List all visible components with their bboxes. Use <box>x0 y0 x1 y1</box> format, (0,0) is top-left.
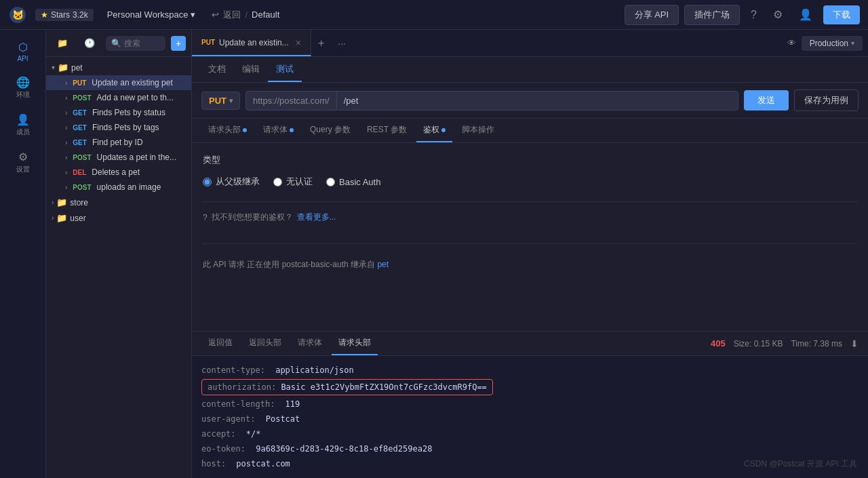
user-icon-button[interactable]: 👤 <box>793 5 818 24</box>
plugins-button[interactable]: 插件广场 <box>684 5 740 25</box>
auth-section: 类型 从父级继承 无认证 Basic Auth ? 找不到您想要 <box>192 143 868 331</box>
history-icon[interactable]: 🕐 <box>79 35 100 51</box>
settings-icon-button[interactable]: ⚙ <box>768 5 788 24</box>
url-path-input[interactable] <box>337 92 738 110</box>
sidebar-item-settings[interactable]: ⚙ 设置 <box>4 145 42 180</box>
help-link[interactable]: 查看更多... <box>297 212 336 223</box>
tree-item-post-pet[interactable]: › POST Add a new pet to th... <box>46 90 191 105</box>
req-tab-rest-label: REST 参数 <box>367 124 407 136</box>
eye-icon[interactable]: 👁 <box>782 35 802 51</box>
radio-inherit-input[interactable] <box>203 178 212 186</box>
resp-tab-body-label: 返回值 <box>208 337 233 348</box>
folder-user[interactable]: › 📁 user <box>46 210 191 226</box>
tab-label: Update an existin... <box>219 38 289 47</box>
sidebar-item-api-label: API <box>17 55 28 62</box>
tree-item-put-pet[interactable]: › PUT Update an existing pet <box>46 75 191 90</box>
tabs-more-button[interactable]: ··· <box>331 38 353 49</box>
req-tab-body[interactable]: 请求体 <box>256 119 300 142</box>
folder-icon: 📁 <box>58 62 68 73</box>
folder-store[interactable]: › 📁 store <box>46 195 191 210</box>
tree-item-get-status[interactable]: › GET Finds Pets by status <box>46 105 191 120</box>
main-layout: ⬡ API 🌐 环境 👤 成员 ⚙ 设置 📁 🕐 🔍 + <box>0 30 868 478</box>
radio-none[interactable]: 无认证 <box>273 176 313 188</box>
sidebar-item-member[interactable]: 👤 成员 <box>4 108 42 142</box>
search-input[interactable] <box>124 39 160 48</box>
tree-item-del-pet[interactable]: › DEL Deletes a pet <box>46 165 191 180</box>
sub-tab-edit[interactable]: 编辑 <box>234 57 268 82</box>
resp-tab-reqbody[interactable]: 请求体 <box>291 332 329 355</box>
sidebar-item-env[interactable]: 🌐 环境 <box>4 71 42 105</box>
env-selector[interactable]: Production ▾ <box>802 36 863 51</box>
tree-item-get-id[interactable]: › GET Find pet by ID <box>46 135 191 150</box>
response-meta: 405 Size: 0.15 KB Time: 7.38 ms ⬇ <box>711 338 859 349</box>
help-question: 找不到您想要的鉴权？ <box>212 212 293 223</box>
auth-radio-group: 从父级继承 无认证 Basic Auth <box>203 176 857 188</box>
resp-key: content-length: <box>201 399 275 409</box>
tree-content: ▾ 📁 pet › PUT Update an existing pet › P… <box>46 57 191 478</box>
save-as-case-button[interactable]: 保存为用例 <box>794 89 859 111</box>
method-label: PUT <box>209 96 226 106</box>
method-badge-get: GET <box>70 108 90 117</box>
tab-put-pet[interactable]: PUT Update an existin... × <box>192 30 311 56</box>
response-header-row: authorization: Basic e3t1c2VybmFtZX19Ont… <box>201 378 859 397</box>
back-label[interactable]: 返回 <box>223 9 241 21</box>
resp-val: */* <box>246 429 261 439</box>
search-icon: 🔍 <box>111 39 121 48</box>
sub-tab-docs[interactable]: 文档 <box>200 57 234 82</box>
svg-text:🐱: 🐱 <box>12 9 24 21</box>
help-icon: ? <box>203 213 208 222</box>
settings-icon: ⚙ <box>18 151 28 163</box>
resp-key: eo-token: <box>201 444 245 454</box>
status-code: 405 <box>711 338 726 348</box>
req-tab-query[interactable]: Query 参数 <box>303 119 357 142</box>
radio-inherit[interactable]: 从父级继承 <box>203 176 260 188</box>
sidebar-item-api[interactable]: ⬡ API <box>4 35 42 68</box>
radio-none-label: 无认证 <box>286 176 313 188</box>
req-tab-body-label: 请求体 <box>263 124 288 136</box>
add-button[interactable]: + <box>171 36 186 51</box>
tree-panel: 📁 🕐 🔍 + ▾ 📁 pet › PUT Update an existing… <box>46 30 192 478</box>
resp-key: authorization: <box>208 382 276 392</box>
resp-val: Postcat <box>266 414 300 424</box>
radio-basic[interactable]: Basic Auth <box>326 177 380 187</box>
req-tab-header[interactable]: 请求头部 <box>201 119 254 142</box>
share-api-button[interactable]: 分享 API <box>625 5 679 25</box>
resp-tab-reqheader-label: 请求头部 <box>338 337 371 348</box>
resp-tab-body[interactable]: 返回值 <box>201 332 239 355</box>
req-tab-rest[interactable]: REST 参数 <box>360 119 414 142</box>
workspace-selector[interactable]: Personal Workspace ▾ <box>102 7 201 22</box>
response-header-row: content-type: application/json <box>201 363 859 378</box>
response-time: Time: 7.38 ms <box>791 339 842 348</box>
download-button[interactable]: 下载 <box>823 5 860 24</box>
chevron-right-icon: › <box>52 214 54 222</box>
req-tab-script[interactable]: 脚本操作 <box>455 119 501 142</box>
radio-none-input[interactable] <box>273 178 282 186</box>
tree-item-get-tags[interactable]: › GET Finds Pets by tags <box>46 120 191 135</box>
folder-view-icon[interactable]: 📁 <box>52 35 73 51</box>
expand-icon: › <box>65 154 67 161</box>
resp-tab-header-label: 返回头部 <box>249 337 281 348</box>
resp-val: postcat.com <box>236 459 290 469</box>
inheritance-link[interactable]: pet <box>377 260 389 269</box>
req-tab-auth[interactable]: 鉴权 <box>416 119 452 142</box>
download-icon[interactable]: ⬇ <box>850 338 859 349</box>
tree-item-post-image[interactable]: › POST uploads an image <box>46 180 191 195</box>
tab-close-icon[interactable]: × <box>296 37 301 48</box>
dot-indicator <box>243 128 247 132</box>
resp-val: 119 <box>285 399 300 409</box>
method-selector[interactable]: PUT ▾ <box>201 92 240 110</box>
stars-badge[interactable]: ★ Stars 3.2k <box>35 9 94 21</box>
send-button[interactable]: 发送 <box>744 90 789 111</box>
resp-tab-header[interactable]: 返回头部 <box>242 332 288 355</box>
radio-basic-input[interactable] <box>326 178 335 186</box>
tabs-add-button[interactable]: + <box>311 37 331 49</box>
sub-tab-test[interactable]: 测试 <box>268 57 302 82</box>
resp-tab-reqheader[interactable]: 请求头部 <box>332 332 378 355</box>
folder-pet[interactable]: ▾ 📁 pet <box>46 60 191 75</box>
help-button[interactable]: ? <box>745 6 762 24</box>
env-label: Production <box>810 39 848 48</box>
tree-item-post-update[interactable]: › POST Updates a pet in the... <box>46 150 191 165</box>
content-area: PUT Update an existin... × + ··· 👁 Produ… <box>192 30 868 478</box>
response-header-row: content-length: 119 <box>201 397 859 412</box>
workspace-label: Personal Workspace <box>107 9 189 20</box>
